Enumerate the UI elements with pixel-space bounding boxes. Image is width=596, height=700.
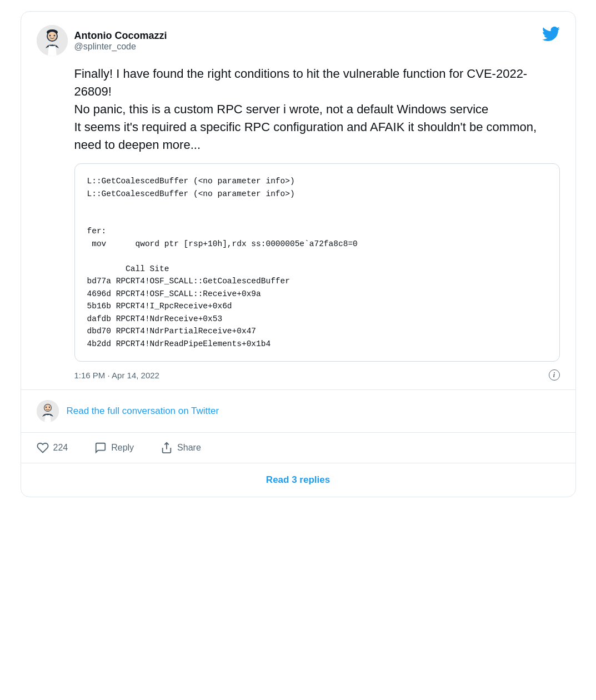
tweet-header-left: Antonio Cocomazzi @splinter_code [37,25,167,56]
tweet-body: Finally! I have found the right conditio… [74,65,560,381]
info-icon[interactable]: i [549,369,560,381]
user-info: Antonio Cocomazzi @splinter_code [74,30,167,52]
share-label: Share [177,443,201,453]
twitter-bird-icon [542,25,560,45]
read-replies-button[interactable]: Read 3 replies [37,463,560,497]
avatar [37,25,68,56]
read-conversation-link[interactable]: Read the full conversation on Twitter [67,406,219,417]
read-conversation-section[interactable]: Read the full conversation on Twitter [37,390,560,432]
timestamp-text: 1:16 PM · Apr 14, 2022 [74,371,159,380]
code-block: L::GetCoalescedBuffer (<no parameter inf… [74,163,560,362]
share-action[interactable]: Share [161,442,201,454]
tweet-card: Antonio Cocomazzi @splinter_code Finally… [21,11,576,497]
tweet-text: Finally! I have found the right conditio… [74,65,560,153]
svg-point-3 [48,32,57,41]
read-replies-label: Read 3 replies [266,474,330,486]
svg-point-11 [48,407,49,408]
like-action[interactable]: 224 [37,442,68,454]
heart-icon [37,442,49,454]
svg-point-5 [53,35,55,37]
svg-point-10 [45,407,46,408]
handle: @splinter_code [74,42,167,52]
display-name: Antonio Cocomazzi [74,30,167,42]
svg-point-4 [49,35,51,37]
reply-action[interactable]: Reply [94,442,134,454]
small-avatar [37,400,59,422]
tweet-header: Antonio Cocomazzi @splinter_code [37,25,560,56]
reply-icon [94,442,107,454]
share-icon [161,442,173,454]
likes-count: 224 [53,443,68,453]
reply-label: Reply [111,443,134,453]
tweet-timestamp: 1:16 PM · Apr 14, 2022 i [74,369,560,381]
actions-row: 224 Reply Share [37,433,560,463]
